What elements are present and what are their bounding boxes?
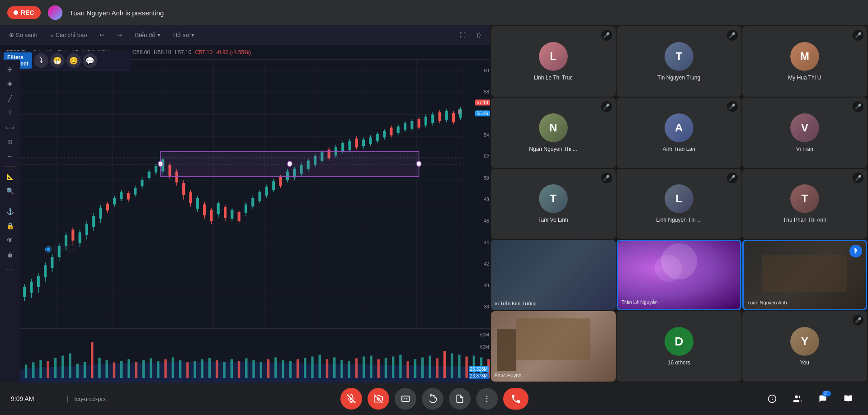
chart-high: H58.10 — [154, 49, 171, 56]
info-button[interactable] — [763, 390, 781, 408]
svg-rect-204 — [385, 358, 387, 378]
meeting-controls — [340, 388, 528, 410]
mute-icon-1: 🎤 — [601, 30, 612, 41]
svg-rect-133 — [410, 121, 413, 129]
vol-label1: 26.328M — [469, 366, 489, 372]
chat-button[interactable]: 31 — [814, 390, 832, 408]
svg-rect-195 — [319, 355, 321, 378]
name-14: 16 others — [668, 359, 690, 366]
rec-dot — [14, 10, 18, 15]
participant-tile-7: 🎤 T Tam Vo Linh — [491, 169, 616, 239]
svg-rect-190 — [282, 360, 284, 378]
svg-rect-200 — [355, 358, 358, 378]
share-btn[interactable]: ⟨⟩ — [473, 30, 485, 40]
chart-open: O58.00 — [132, 49, 150, 56]
mic-button[interactable] — [340, 388, 362, 410]
chart-change: -0.90 (-1.55%) — [216, 49, 251, 56]
rec-label: REC — [21, 9, 34, 16]
compare-btn[interactable]: ⊕ So sánh — [5, 30, 41, 40]
eye-tool[interactable]: 👁 — [3, 234, 17, 247]
svg-rect-169 — [127, 359, 130, 378]
svg-rect-184 — [238, 361, 240, 378]
svg-rect-131 — [404, 123, 406, 130]
mute-icon-3: 🎤 — [853, 30, 863, 41]
svg-rect-69 — [189, 192, 192, 203]
avatar-1: L — [539, 42, 568, 71]
svg-rect-168 — [120, 361, 123, 378]
zoom-tool[interactable]: 🔍 — [3, 185, 17, 197]
ruler-tool[interactable]: 📐 — [3, 170, 17, 183]
svg-rect-166 — [105, 360, 108, 378]
participants-button[interactable] — [788, 390, 807, 408]
main-area: Filters for Meet ⤵ 😷 😊 💬 ⊕ So sánh ⟁ Các… — [0, 25, 868, 415]
text-tool[interactable]: T — [3, 107, 17, 119]
price-scale: 60 58 57.10 55.26 54 52 50 48 46 44 42 4… — [463, 60, 490, 328]
svg-rect-59 — [155, 166, 157, 173]
svg-rect-202 — [370, 356, 372, 378]
svg-rect-213 — [451, 354, 453, 378]
svg-rect-93 — [272, 182, 275, 190]
name-2: Tin Nguyen Trung — [657, 75, 700, 81]
anchor-tool[interactable]: ⚓ — [3, 205, 17, 218]
price-58: 58 — [484, 89, 489, 94]
raise-hand-button[interactable] — [422, 388, 443, 410]
measure-tool[interactable]: ⟺ — [3, 121, 17, 134]
svg-point-150 — [288, 161, 292, 167]
crosshair-tool[interactable]: ✚ — [3, 78, 17, 90]
svg-rect-75 — [210, 210, 212, 221]
undo-btn[interactable]: ↩ — [96, 30, 108, 40]
svg-rect-139 — [431, 114, 434, 123]
cc-button[interactable] — [395, 388, 416, 410]
svg-rect-178 — [193, 361, 196, 378]
svg-rect-81 — [231, 210, 233, 219]
svg-point-226 — [486, 398, 488, 400]
svg-rect-113 — [341, 143, 344, 152]
svg-rect-141 — [438, 112, 441, 121]
svg-rect-35 — [71, 229, 74, 240]
chart-type-btn[interactable]: Biểu đồ ▾ — [131, 30, 164, 40]
trash-tool[interactable]: 🗑 — [3, 248, 17, 261]
more-tools[interactable]: ⋯ — [3, 263, 17, 275]
chart-container: Filters for Meet ⤵ 😷 😊 💬 ⊕ So sánh ⟁ Các… — [0, 25, 490, 415]
svg-rect-210 — [429, 356, 431, 378]
svg-rect-87 — [251, 198, 254, 206]
chart-left-tools: ✛ ✚ ╱ T ⟺ ⊞ ← 📐 🔍 ⚓ 🔒 👁 🗑 ⋯ — [0, 60, 20, 415]
mute-icon-4: 🎤 — [601, 101, 612, 112]
template-btn[interactable]: Hồ sơ ▾ — [170, 30, 198, 40]
camera-button[interactable] — [368, 388, 389, 410]
trendline-tool[interactable]: ╱ — [3, 92, 17, 105]
participant-tile-11: Trần Lê Nguyễn — [617, 240, 741, 310]
participant-tile-13: Phuc Huynh — [491, 311, 616, 382]
lock-tool[interactable]: 🔒 — [3, 219, 17, 232]
fullscreen-btn[interactable]: ⛶ — [456, 30, 469, 40]
svg-rect-170 — [135, 362, 137, 378]
rec-badge[interactable]: REC — [7, 6, 41, 19]
svg-rect-175 — [172, 357, 174, 378]
present-button[interactable] — [449, 388, 471, 410]
svg-rect-51 — [127, 193, 130, 200]
hang-up-button[interactable] — [503, 388, 528, 410]
indicators-btn[interactable]: ⟁ Các chỉ báo — [47, 30, 91, 40]
svg-rect-206 — [399, 355, 401, 378]
participant-tile-10: Vi Trần Kim Tướng — [491, 240, 616, 310]
svg-rect-49 — [120, 192, 123, 199]
avatar-4: N — [539, 113, 568, 142]
price-48: 48 — [484, 197, 489, 202]
svg-rect-127 — [390, 128, 392, 135]
avatar-6: V — [790, 113, 819, 142]
name-11: Trần Lê Nguyễn — [622, 299, 658, 305]
back-tool[interactable]: ← — [3, 150, 17, 163]
svg-rect-174 — [164, 359, 166, 378]
participant-tile-1: 🎤 L Linh Le Thi Truc — [491, 26, 616, 97]
redo-btn[interactable]: ↪ — [113, 30, 126, 40]
svg-rect-29 — [51, 257, 53, 268]
more-options-button[interactable] — [476, 388, 498, 410]
cursor-tool[interactable]: ✛ — [3, 63, 17, 76]
svg-rect-143 — [445, 111, 448, 120]
name-5: Anh Tran Lan — [663, 146, 695, 152]
pattern-tool[interactable]: ⊞ — [3, 135, 17, 148]
svg-rect-167 — [113, 362, 115, 378]
mute-icon-5: 🎤 — [727, 101, 738, 112]
activities-button[interactable] — [839, 390, 857, 408]
price-5710: 57.10 — [475, 100, 490, 106]
